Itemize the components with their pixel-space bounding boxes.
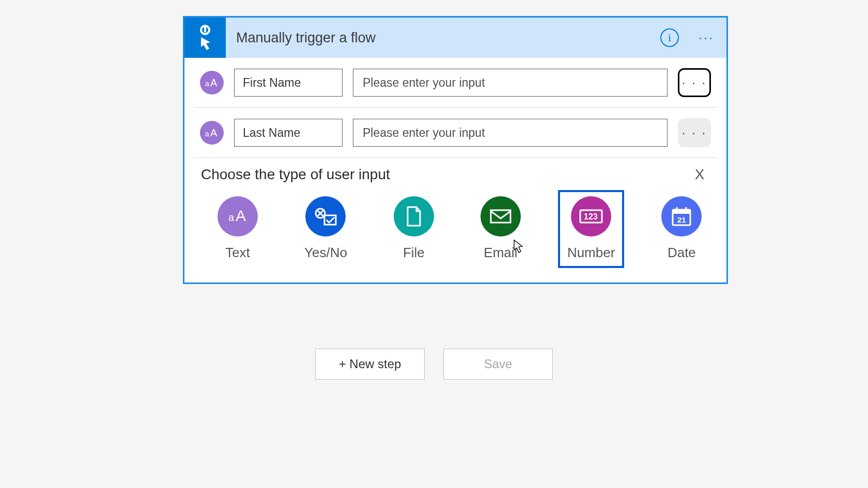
option-label: Number <box>567 245 615 261</box>
number-icon: 123 <box>571 196 611 237</box>
option-label: Date <box>668 245 696 261</box>
svg-text:a: a <box>205 130 209 138</box>
email-icon <box>481 196 521 237</box>
option-file[interactable]: File <box>384 190 443 268</box>
close-icon[interactable]: X <box>689 166 710 183</box>
option-label: Text <box>225 245 250 261</box>
svg-text:A: A <box>210 127 218 138</box>
svg-text:21: 21 <box>677 215 686 224</box>
save-button[interactable]: Save <box>443 349 553 380</box>
input-name-field[interactable] <box>234 119 343 147</box>
option-date[interactable]: 21 Date <box>652 190 711 268</box>
card-more-button[interactable]: ··· <box>693 27 719 48</box>
date-icon: 21 <box>661 196 702 237</box>
svg-text:123: 123 <box>584 212 598 221</box>
text-icon: aA <box>218 196 258 237</box>
mouse-cursor-icon <box>514 240 523 253</box>
trigger-card: Manually trigger a flow i ··· aA · · · a… <box>183 16 728 284</box>
input-type-chooser-header: Choose the type of user input X <box>196 158 715 185</box>
svg-text:A: A <box>236 208 246 224</box>
yesno-icon <box>305 196 346 237</box>
option-number[interactable]: 123 Number <box>558 190 624 268</box>
info-icon[interactable]: i <box>660 28 679 47</box>
option-yesno[interactable]: Yes/No <box>295 190 357 268</box>
svg-rect-11 <box>324 215 336 225</box>
option-email[interactable]: Email <box>471 190 530 268</box>
text-type-icon: aA <box>200 71 224 95</box>
svg-rect-16 <box>673 210 690 214</box>
input-value-field[interactable] <box>353 69 668 97</box>
option-text[interactable]: aA Text <box>208 190 267 268</box>
option-label: File <box>403 245 425 261</box>
input-row: aA · · · <box>196 58 715 107</box>
input-row-more-button[interactable]: · · · <box>678 118 711 147</box>
svg-text:a: a <box>205 80 209 88</box>
card-header: Manually trigger a flow i ··· <box>184 18 726 58</box>
chooser-title: Choose the type of user input <box>201 166 390 183</box>
flow-trigger-icon <box>184 18 226 58</box>
footer-buttons: + New step Save <box>0 349 868 380</box>
input-row-more-button[interactable]: · · · <box>678 68 711 97</box>
option-label: Yes/No <box>304 245 347 261</box>
file-icon <box>394 196 434 237</box>
svg-text:A: A <box>210 77 218 88</box>
card-title: Manually trigger a flow <box>226 30 660 46</box>
new-step-button[interactable]: + New step <box>315 349 425 380</box>
svg-text:a: a <box>228 212 235 223</box>
input-type-options: aA Text Yes/No <box>196 185 715 273</box>
card-body: aA · · · aA · · · Choose the type of use… <box>184 58 726 282</box>
input-name-field[interactable] <box>234 69 343 97</box>
text-type-icon: aA <box>200 121 224 145</box>
option-label: Email <box>484 245 517 261</box>
input-value-field[interactable] <box>353 119 668 147</box>
input-row: aA · · · <box>196 108 715 158</box>
svg-rect-12 <box>491 210 510 223</box>
